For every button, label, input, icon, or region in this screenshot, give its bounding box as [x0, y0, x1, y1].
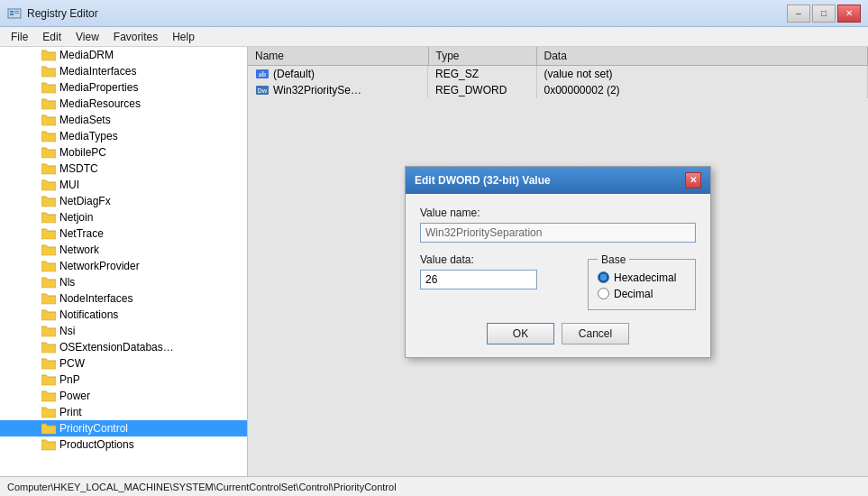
tree-item-label: MediaDRM — [58, 49, 114, 61]
folder-icon — [41, 130, 56, 142]
folder-icon — [41, 81, 56, 94]
folder-icon — [41, 292, 56, 305]
tree-item[interactable]: MediaSets — [0, 112, 247, 128]
tree-item[interactable]: NetDiagFx — [0, 193, 247, 209]
edit-dword-dialog: Edit DWORD (32-bit) Value ✕ Value name: … — [405, 166, 711, 358]
dialog-title: Edit DWORD (32-bit) Value — [415, 174, 551, 187]
tree-panel: MediaDRM MediaInterfaces MediaProperties… — [0, 47, 248, 476]
folder-icon — [41, 341, 56, 354]
dialog-close-button[interactable]: ✕ — [685, 172, 701, 188]
value-name-input[interactable] — [420, 223, 696, 243]
tree-item[interactable]: MediaInterfaces — [0, 63, 247, 79]
tree-item[interactable]: Print — [0, 404, 247, 420]
menu-help[interactable]: Help — [165, 29, 202, 45]
dialog-data-row: Value data: Base Hexadecimal — [420, 253, 696, 310]
decimal-option: Decimal — [598, 288, 686, 300]
close-button[interactable]: ✕ — [837, 5, 861, 23]
window-title: Registry Editor — [27, 7, 98, 20]
tree-item-label: Print — [58, 406, 82, 418]
tree-item-label: MSDTC — [58, 162, 98, 175]
folder-icon — [41, 422, 56, 435]
tree-item[interactable]: NetworkProvider — [0, 258, 247, 274]
status-text: Computer\HKEY_LOCAL_MACHINE\SYSTEM\Curre… — [7, 482, 397, 492]
dialog-overlay: Edit DWORD (32-bit) Value ✕ Value name: … — [248, 47, 868, 476]
tree-item-label: Power — [58, 390, 90, 402]
tree-item-label: ProductOptions — [58, 438, 134, 451]
tree-item[interactable]: MSDTC — [0, 161, 247, 177]
tree-item[interactable]: MobilePC — [0, 144, 247, 161]
tree-item-label: Notifications — [58, 308, 118, 321]
folder-icon — [41, 373, 56, 386]
main-area: MediaDRM MediaInterfaces MediaProperties… — [0, 47, 868, 476]
tree-item[interactable]: NetTrace — [0, 225, 247, 242]
app-icon — [7, 6, 22, 21]
folder-icon — [41, 179, 56, 191]
hexadecimal-option: Hexadecimal — [598, 271, 686, 284]
folder-icon — [41, 438, 56, 451]
svg-rect-3 — [14, 11, 19, 12]
value-name-label: Value name: — [420, 207, 696, 219]
tree-item[interactable]: Nsi — [0, 323, 247, 339]
tree-item-label: MUI — [58, 179, 79, 191]
minimize-button[interactable]: – — [787, 5, 810, 23]
folder-icon — [41, 308, 56, 321]
title-bar: Registry Editor – □ ✕ — [0, 0, 868, 27]
menu-file[interactable]: File — [4, 29, 35, 45]
tree-item[interactable]: OSExtensionDatabas… — [0, 339, 247, 355]
tree-item[interactable]: MediaDRM — [0, 47, 247, 63]
svg-rect-4 — [14, 13, 19, 14]
hexadecimal-radio[interactable] — [598, 271, 609, 283]
tree-item[interactable]: PnP — [0, 372, 247, 388]
folder-icon — [41, 260, 56, 272]
tree-item-label: PCW — [58, 357, 85, 370]
status-bar: Computer\HKEY_LOCAL_MACHINE\SYSTEM\Curre… — [0, 476, 868, 496]
folder-icon — [41, 227, 56, 240]
menu-edit[interactable]: Edit — [35, 29, 69, 45]
folder-icon — [41, 65, 56, 78]
tree-item[interactable]: Network — [0, 242, 247, 258]
tree-item-label: NetDiagFx — [58, 195, 111, 207]
tree-item[interactable]: MediaTypes — [0, 128, 247, 144]
tree-item[interactable]: Notifications — [0, 307, 247, 323]
title-bar-left: Registry Editor — [7, 6, 98, 21]
maximize-button[interactable]: □ — [812, 5, 836, 23]
title-bar-controls: – □ ✕ — [787, 5, 861, 23]
dialog-title-bar: Edit DWORD (32-bit) Value ✕ — [406, 167, 710, 194]
tree-item[interactable]: Power — [0, 388, 247, 404]
value-data-label: Value data: — [420, 253, 579, 266]
ok-button[interactable]: OK — [487, 323, 554, 344]
tree-item[interactable]: NodeInterfaces — [0, 290, 247, 307]
base-fieldset: Base Hexadecimal Decimal — [588, 253, 696, 310]
folder-icon — [41, 390, 56, 402]
tree-item[interactable]: ProductOptions — [0, 436, 247, 453]
tree-item-label: MobilePC — [58, 146, 106, 159]
tree-item[interactable]: PriorityControl — [0, 420, 247, 436]
folder-icon — [41, 357, 56, 370]
tree-item-label: Netjoin — [58, 211, 93, 224]
base-legend: Base — [598, 253, 629, 266]
tree-item[interactable]: MUI — [0, 177, 247, 193]
hexadecimal-label[interactable]: Hexadecimal — [614, 271, 676, 284]
tree-item[interactable]: MediaResources — [0, 96, 247, 112]
menu-favorites[interactable]: Favorites — [106, 29, 165, 45]
cancel-button[interactable]: Cancel — [562, 323, 629, 344]
folder-icon — [41, 406, 56, 418]
tree-item-label: MediaProperties — [58, 81, 138, 94]
folder-icon — [41, 195, 56, 207]
folder-icon — [41, 162, 56, 175]
decimal-radio[interactable] — [598, 288, 609, 299]
tree-item[interactable]: PCW — [0, 355, 247, 372]
folder-icon — [41, 325, 56, 337]
folder-icon — [41, 276, 56, 289]
tree-item[interactable]: MediaProperties — [0, 79, 247, 96]
tree-item[interactable]: Netjoin — [0, 209, 247, 225]
svg-rect-1 — [10, 11, 14, 13]
tree-item[interactable]: Nls — [0, 274, 247, 290]
folder-icon — [41, 211, 56, 224]
value-data-input[interactable] — [420, 270, 537, 289]
menu-view[interactable]: View — [69, 29, 106, 45]
tree-scroll[interactable]: MediaDRM MediaInterfaces MediaProperties… — [0, 47, 247, 476]
decimal-label[interactable]: Decimal — [614, 288, 653, 300]
right-panel: Name Type Data ab (Default)REG_SZ(value … — [248, 47, 868, 476]
tree-item-label: NetTrace — [58, 227, 104, 240]
